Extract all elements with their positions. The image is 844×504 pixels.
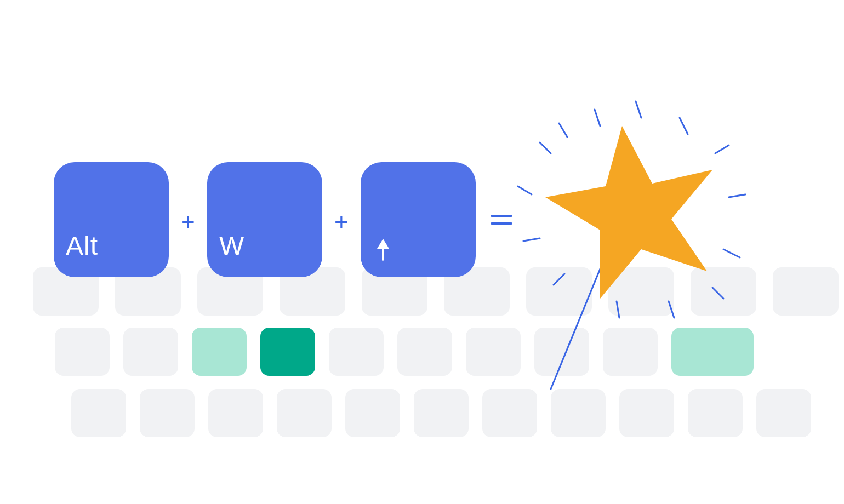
svg-line-15 — [559, 123, 567, 137]
kb-key — [55, 328, 110, 376]
kb-key — [482, 389, 537, 437]
shortcut-key-w: W — [207, 162, 322, 277]
svg-line-7 — [723, 249, 740, 257]
diagram-stage: { "shortcut": { "keys": [ { "label": "Al… — [0, 0, 844, 504]
kb-key — [140, 389, 195, 437]
svg-line-3 — [636, 101, 641, 118]
shortcut-key-up — [361, 162, 476, 277]
key-label: W — [219, 231, 244, 261]
kb-key — [123, 328, 178, 376]
kb-key — [608, 267, 674, 316]
svg-line-4 — [680, 118, 688, 134]
key-label: Alt — [66, 231, 98, 261]
kb-key — [619, 389, 674, 437]
svg-line-12 — [523, 238, 540, 241]
kb-key — [208, 389, 263, 437]
kb-key — [466, 328, 521, 376]
kb-key — [551, 389, 606, 437]
kb-key — [345, 389, 400, 437]
kb-key — [329, 328, 384, 376]
kb-key — [526, 267, 592, 316]
svg-line-2 — [595, 110, 600, 126]
kb-key — [277, 389, 332, 437]
kb-key — [397, 328, 452, 376]
plus-operator: + — [181, 208, 195, 236]
svg-line-5 — [715, 145, 729, 153]
plus-operator: + — [334, 208, 349, 236]
kb-key — [688, 389, 743, 437]
kb-key — [691, 267, 756, 316]
svg-line-13 — [518, 186, 532, 194]
kb-key-highlight-dark — [260, 328, 315, 376]
svg-line-14 — [540, 142, 551, 153]
kb-key — [756, 389, 811, 437]
kb-key — [534, 328, 589, 376]
kb-key — [603, 328, 658, 376]
shortcut-key-alt: Alt — [54, 162, 169, 277]
svg-line-6 — [729, 194, 745, 197]
kb-key — [773, 267, 839, 316]
kb-key-highlight-light — [671, 328, 754, 376]
kb-key-highlight-light — [192, 328, 247, 376]
kb-key — [71, 389, 126, 437]
kb-key — [414, 389, 469, 437]
